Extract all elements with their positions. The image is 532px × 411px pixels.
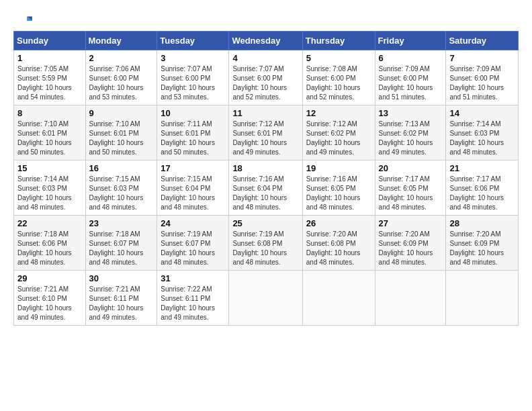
calendar-cell: 18Sunrise: 7:16 AMSunset: 6:04 PMDayligh… xyxy=(229,161,302,216)
day-number: 14 xyxy=(449,108,515,118)
day-number: 30 xyxy=(89,273,154,283)
day-number: 3 xyxy=(161,53,225,63)
week-row-1: 1Sunrise: 7:05 AMSunset: 5:59 PMDaylight… xyxy=(14,50,519,105)
header-thursday: Thursday xyxy=(302,32,375,50)
calendar-cell: 7Sunrise: 7:09 AMSunset: 6:00 PMDaylight… xyxy=(446,50,519,105)
day-number: 20 xyxy=(379,163,443,173)
day-number: 27 xyxy=(379,218,443,228)
calendar-cell: 9Sunrise: 7:10 AMSunset: 6:01 PMDaylight… xyxy=(85,105,157,161)
day-info: Sunrise: 7:09 AMSunset: 6:00 PMDaylight:… xyxy=(379,64,443,102)
day-info: Sunrise: 7:10 AMSunset: 6:01 PMDaylight:… xyxy=(89,120,154,157)
day-info: Sunrise: 7:10 AMSunset: 6:01 PMDaylight:… xyxy=(17,120,82,157)
day-number: 13 xyxy=(379,108,443,118)
calendar-cell: 20Sunrise: 7:17 AMSunset: 6:05 PMDayligh… xyxy=(375,161,446,216)
day-number: 15 xyxy=(17,163,82,173)
day-info: Sunrise: 7:12 AMSunset: 6:01 PMDaylight:… xyxy=(232,120,298,157)
day-info: Sunrise: 7:20 AMSunset: 6:09 PMDaylight:… xyxy=(449,230,515,267)
day-number: 12 xyxy=(306,108,371,118)
calendar-cell: 17Sunrise: 7:15 AMSunset: 6:04 PMDayligh… xyxy=(157,161,229,216)
day-info: Sunrise: 7:22 AMSunset: 6:11 PMDaylight:… xyxy=(161,285,225,322)
day-info: Sunrise: 7:20 AMSunset: 6:09 PMDaylight:… xyxy=(379,230,443,267)
day-info: Sunrise: 7:12 AMSunset: 6:02 PMDaylight:… xyxy=(306,120,371,157)
day-info: Sunrise: 7:19 AMSunset: 6:07 PMDaylight:… xyxy=(161,230,225,267)
calendar-cell: 13Sunrise: 7:13 AMSunset: 6:02 PMDayligh… xyxy=(375,105,446,161)
calendar-cell: 4Sunrise: 7:07 AMSunset: 6:00 PMDaylight… xyxy=(229,50,302,105)
calendar-cell xyxy=(302,271,375,326)
day-info: Sunrise: 7:08 AMSunset: 6:00 PMDaylight:… xyxy=(306,64,371,102)
day-info: Sunrise: 7:14 AMSunset: 6:03 PMDaylight:… xyxy=(17,175,82,212)
calendar-cell: 14Sunrise: 7:14 AMSunset: 6:03 PMDayligh… xyxy=(446,105,519,161)
day-number: 6 xyxy=(379,53,443,63)
calendar-cell: 15Sunrise: 7:14 AMSunset: 6:03 PMDayligh… xyxy=(14,161,86,216)
week-row-2: 8Sunrise: 7:10 AMSunset: 6:01 PMDaylight… xyxy=(14,105,519,161)
day-number: 18 xyxy=(232,163,298,173)
day-number: 5 xyxy=(306,53,371,63)
day-number: 24 xyxy=(161,218,225,228)
day-info: Sunrise: 7:17 AMSunset: 6:06 PMDaylight:… xyxy=(449,175,515,212)
day-number: 19 xyxy=(306,163,371,173)
calendar-cell: 2Sunrise: 7:06 AMSunset: 6:00 PMDaylight… xyxy=(85,50,157,105)
day-info: Sunrise: 7:19 AMSunset: 6:08 PMDaylight:… xyxy=(232,230,298,267)
calendar-cell: 5Sunrise: 7:08 AMSunset: 6:00 PMDaylight… xyxy=(302,50,375,105)
day-number: 8 xyxy=(17,108,82,118)
calendar-table: SundayMondayTuesdayWednesdayThursdayFrid… xyxy=(13,31,519,326)
calendar-cell: 22Sunrise: 7:18 AMSunset: 6:06 PMDayligh… xyxy=(14,216,86,271)
calendar-cell: 25Sunrise: 7:19 AMSunset: 6:08 PMDayligh… xyxy=(229,216,302,271)
day-number: 4 xyxy=(232,53,298,63)
calendar-cell: 29Sunrise: 7:21 AMSunset: 6:10 PMDayligh… xyxy=(14,271,86,326)
calendar-cell: 1Sunrise: 7:05 AMSunset: 5:59 PMDaylight… xyxy=(14,50,86,105)
day-info: Sunrise: 7:16 AMSunset: 6:04 PMDaylight:… xyxy=(232,175,298,212)
calendar-cell: 3Sunrise: 7:07 AMSunset: 6:00 PMDaylight… xyxy=(157,50,229,105)
calendar-cell: 27Sunrise: 7:20 AMSunset: 6:09 PMDayligh… xyxy=(375,216,446,271)
day-info: Sunrise: 7:18 AMSunset: 6:07 PMDaylight:… xyxy=(89,230,154,267)
header-tuesday: Tuesday xyxy=(157,32,229,50)
day-info: Sunrise: 7:16 AMSunset: 6:05 PMDaylight:… xyxy=(306,175,371,212)
day-number: 21 xyxy=(449,163,515,173)
day-number: 29 xyxy=(17,273,82,283)
day-number: 11 xyxy=(232,108,298,118)
day-info: Sunrise: 7:06 AMSunset: 6:00 PMDaylight:… xyxy=(89,64,154,102)
calendar-cell: 10Sunrise: 7:11 AMSunset: 6:01 PMDayligh… xyxy=(157,105,229,161)
calendar-cell: 19Sunrise: 7:16 AMSunset: 6:05 PMDayligh… xyxy=(302,161,375,216)
header-sunday: Sunday xyxy=(14,32,86,50)
day-info: Sunrise: 7:21 AMSunset: 6:11 PMDaylight:… xyxy=(89,285,154,322)
day-info: Sunrise: 7:07 AMSunset: 6:00 PMDaylight:… xyxy=(232,64,298,102)
logo xyxy=(13,13,34,24)
calendar-cell: 31Sunrise: 7:22 AMSunset: 6:11 PMDayligh… xyxy=(157,271,229,326)
calendar-cell: 8Sunrise: 7:10 AMSunset: 6:01 PMDaylight… xyxy=(14,105,86,161)
day-info: Sunrise: 7:07 AMSunset: 6:00 PMDaylight:… xyxy=(161,64,225,102)
calendar-cell: 16Sunrise: 7:15 AMSunset: 6:03 PMDayligh… xyxy=(85,161,157,216)
day-number: 25 xyxy=(232,218,298,228)
day-number: 22 xyxy=(17,218,82,228)
day-info: Sunrise: 7:17 AMSunset: 6:05 PMDaylight:… xyxy=(379,175,443,212)
calendar-cell: 30Sunrise: 7:21 AMSunset: 6:11 PMDayligh… xyxy=(85,271,157,326)
day-number: 1 xyxy=(17,53,82,63)
day-info: Sunrise: 7:18 AMSunset: 6:06 PMDaylight:… xyxy=(17,230,82,267)
week-row-5: 29Sunrise: 7:21 AMSunset: 6:10 PMDayligh… xyxy=(14,271,519,326)
day-number: 26 xyxy=(306,218,371,228)
calendar-cell: 6Sunrise: 7:09 AMSunset: 6:00 PMDaylight… xyxy=(375,50,446,105)
day-info: Sunrise: 7:13 AMSunset: 6:02 PMDaylight:… xyxy=(379,120,443,157)
day-info: Sunrise: 7:09 AMSunset: 6:00 PMDaylight:… xyxy=(449,64,515,102)
calendar-cell: 24Sunrise: 7:19 AMSunset: 6:07 PMDayligh… xyxy=(157,216,229,271)
day-info: Sunrise: 7:11 AMSunset: 6:01 PMDaylight:… xyxy=(161,120,225,157)
header-friday: Friday xyxy=(375,32,446,50)
page-header xyxy=(13,13,519,24)
header-monday: Monday xyxy=(85,32,157,50)
day-info: Sunrise: 7:05 AMSunset: 5:59 PMDaylight:… xyxy=(17,64,82,102)
week-row-4: 22Sunrise: 7:18 AMSunset: 6:06 PMDayligh… xyxy=(14,216,519,271)
calendar-cell: 23Sunrise: 7:18 AMSunset: 6:07 PMDayligh… xyxy=(85,216,157,271)
day-number: 28 xyxy=(449,218,515,228)
day-number: 16 xyxy=(89,163,154,173)
day-info: Sunrise: 7:15 AMSunset: 6:03 PMDaylight:… xyxy=(89,175,154,212)
logo-icon xyxy=(13,15,34,27)
calendar-cell xyxy=(229,271,302,326)
header-wednesday: Wednesday xyxy=(229,32,302,50)
calendar-cell xyxy=(375,271,446,326)
week-row-3: 15Sunrise: 7:14 AMSunset: 6:03 PMDayligh… xyxy=(14,161,519,216)
calendar-cell: 26Sunrise: 7:20 AMSunset: 6:08 PMDayligh… xyxy=(302,216,375,271)
day-info: Sunrise: 7:20 AMSunset: 6:08 PMDaylight:… xyxy=(306,230,371,267)
day-number: 9 xyxy=(89,108,154,118)
day-info: Sunrise: 7:21 AMSunset: 6:10 PMDaylight:… xyxy=(17,285,82,322)
calendar-cell: 28Sunrise: 7:20 AMSunset: 6:09 PMDayligh… xyxy=(446,216,519,271)
